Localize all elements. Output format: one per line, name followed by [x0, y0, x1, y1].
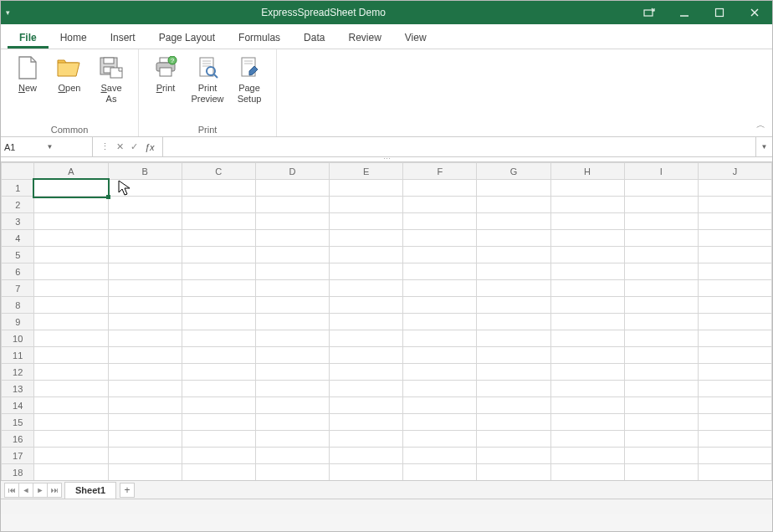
cell[interactable]	[698, 330, 771, 347]
cell[interactable]	[477, 347, 550, 364]
cell[interactable]	[255, 431, 329, 448]
cell[interactable]	[330, 213, 403, 230]
cell[interactable]	[624, 247, 698, 263]
cell[interactable]	[255, 414, 329, 431]
cell[interactable]	[550, 180, 624, 197]
cell[interactable]	[330, 197, 403, 213]
cell[interactable]	[477, 464, 550, 481]
cell[interactable]	[624, 414, 698, 431]
cell[interactable]	[182, 247, 255, 263]
close-button[interactable]	[737, 1, 772, 24]
row-header[interactable]: 11	[2, 347, 34, 364]
cell[interactable]	[403, 397, 477, 414]
cell[interactable]	[624, 448, 698, 464]
cell[interactable]	[477, 364, 550, 381]
cell[interactable]	[108, 464, 182, 481]
row-header[interactable]: 16	[2, 431, 34, 448]
cell[interactable]	[403, 297, 477, 314]
column-header[interactable]: I	[624, 163, 698, 180]
cell[interactable]	[477, 263, 550, 280]
cell[interactable]	[108, 280, 182, 297]
cell[interactable]	[550, 280, 624, 297]
cell[interactable]	[34, 280, 108, 297]
add-sheet-button[interactable]: +	[120, 483, 135, 498]
cell[interactable]	[477, 280, 550, 297]
cell[interactable]	[550, 230, 624, 247]
new-button[interactable]: New	[8, 53, 48, 106]
cell[interactable]	[698, 347, 771, 364]
cell[interactable]	[182, 263, 255, 280]
cell[interactable]	[255, 297, 329, 314]
cell[interactable]	[34, 330, 108, 347]
cell[interactable]	[108, 247, 182, 263]
cell[interactable]	[108, 330, 182, 347]
column-header[interactable]: E	[330, 163, 403, 180]
cell[interactable]	[108, 213, 182, 230]
cell[interactable]	[698, 263, 771, 280]
cell[interactable]	[330, 314, 403, 330]
cell[interactable]	[624, 364, 698, 381]
cell[interactable]	[698, 397, 771, 414]
cell[interactable]	[698, 431, 771, 448]
cell[interactable]	[624, 314, 698, 330]
tab-file[interactable]: File	[8, 28, 49, 49]
cell[interactable]	[550, 297, 624, 314]
cell[interactable]	[698, 448, 771, 464]
cell[interactable]	[403, 448, 477, 464]
cell[interactable]	[182, 330, 255, 347]
cell[interactable]	[477, 414, 550, 431]
cell[interactable]	[550, 314, 624, 330]
cell[interactable]	[255, 247, 329, 263]
minimize-button[interactable]	[667, 1, 702, 24]
print-button[interactable]: ? Print	[146, 53, 186, 106]
cell[interactable]	[182, 364, 255, 381]
cell[interactable]	[477, 397, 550, 414]
cell[interactable]	[550, 414, 624, 431]
cell[interactable]	[34, 381, 108, 397]
cell[interactable]	[330, 180, 403, 197]
cell[interactable]	[182, 297, 255, 314]
name-box[interactable]: A1 ▼	[1, 137, 93, 156]
row-header[interactable]: 8	[2, 297, 34, 314]
row-header[interactable]: 10	[2, 330, 34, 347]
cell[interactable]	[624, 464, 698, 481]
cell[interactable]	[403, 180, 477, 197]
cell[interactable]	[698, 180, 771, 197]
column-header[interactable]: B	[108, 163, 182, 180]
cell[interactable]	[108, 180, 182, 197]
cell[interactable]	[330, 280, 403, 297]
column-header[interactable]: F	[403, 163, 477, 180]
print-preview-button[interactable]: Print Preview	[187, 53, 228, 106]
sheet-nav-prev-button[interactable]: ◄	[18, 483, 33, 498]
cell[interactable]	[34, 247, 108, 263]
cell[interactable]	[182, 197, 255, 213]
formula-input[interactable]	[163, 137, 755, 156]
row-header[interactable]: 4	[2, 230, 34, 247]
cell[interactable]	[403, 230, 477, 247]
cell[interactable]	[477, 431, 550, 448]
cell[interactable]	[550, 431, 624, 448]
cell[interactable]	[698, 230, 771, 247]
cell[interactable]	[182, 280, 255, 297]
tab-view[interactable]: View	[393, 28, 438, 49]
sheet-nav-next-button[interactable]: ►	[33, 483, 48, 498]
row-header[interactable]: 6	[2, 263, 34, 280]
cell[interactable]	[330, 330, 403, 347]
cell[interactable]	[403, 381, 477, 397]
cell[interactable]	[255, 180, 329, 197]
cell[interactable]	[477, 197, 550, 213]
cell[interactable]	[403, 314, 477, 330]
cell[interactable]	[624, 280, 698, 297]
cell[interactable]	[255, 464, 329, 481]
row-header[interactable]: 14	[2, 397, 34, 414]
row-header[interactable]: 3	[2, 213, 34, 230]
cell[interactable]	[255, 230, 329, 247]
cell[interactable]	[550, 381, 624, 397]
cell[interactable]	[698, 197, 771, 213]
cell[interactable]	[698, 381, 771, 397]
cell[interactable]	[34, 448, 108, 464]
cell[interactable]	[108, 314, 182, 330]
cell[interactable]	[34, 347, 108, 364]
row-header[interactable]: 12	[2, 364, 34, 381]
cell[interactable]	[255, 347, 329, 364]
